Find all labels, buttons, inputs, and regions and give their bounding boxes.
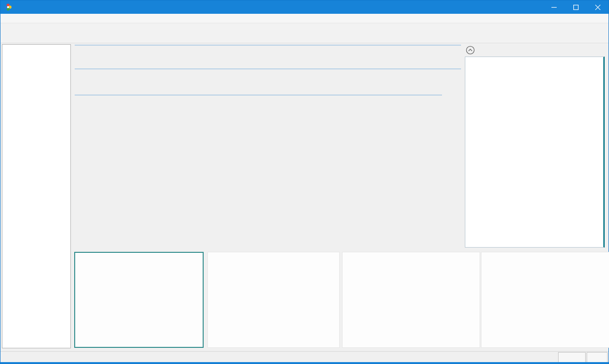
chart-delta-e [207,252,340,348]
maximize-button[interactable] [565,0,587,14]
status-extra-cell [587,352,608,363]
standard-table [75,68,461,69]
titlebar [0,0,609,14]
menu-bar [0,14,609,23]
auto-mode-button[interactable] [558,352,586,363]
diff-card [465,57,605,248]
tolerance-table [75,45,461,46]
window-bottom-edge [0,362,609,364]
main-area [0,43,609,351]
toolbar [0,23,609,43]
app-logo-icon [4,3,12,11]
sample-tree [2,44,71,348]
collapse-button[interactable] [466,46,475,55]
minimize-button[interactable] [543,0,565,14]
close-button[interactable] [587,0,609,14]
chart-lab-gamut [481,252,609,348]
app-window [0,0,609,364]
chart-reflectance [342,252,480,348]
window-controls [543,0,609,14]
color-diff-panel [464,44,609,249]
sample-table [75,95,442,96]
status-bar [0,351,609,363]
chart-delta-ab [74,252,204,348]
